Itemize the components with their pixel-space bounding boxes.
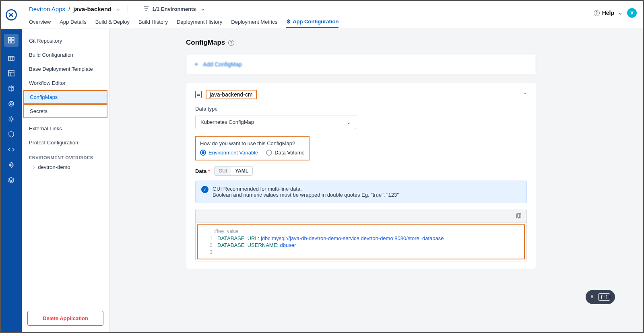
sidebar-item-external-links[interactable]: External Links — [22, 121, 109, 136]
divider — [128, 5, 128, 13]
tabs-row: Overview App Details Build & Deploy Buil… — [22, 17, 643, 29]
tab-deployment-metrics[interactable]: Deployment Metrics — [231, 19, 277, 27]
top-header: Devtron Apps / java-backend ⌄ 1/1 Enviro… — [1, 1, 643, 29]
sidebar-item-secrets[interactable]: Secrets — [23, 104, 107, 118]
tab-build-deploy[interactable]: Build & Deploy — [95, 19, 130, 27]
tab-deployment-history[interactable]: Deployment History — [177, 19, 222, 27]
breadcrumb-row: Devtron Apps / java-backend ⌄ 1/1 Enviro… — [22, 1, 643, 17]
sidebar-item-git-repo[interactable]: Git Repository — [22, 34, 109, 48]
rail-layers-icon[interactable] — [7, 176, 15, 184]
data-label-row: Data * GUI YAML — [195, 166, 527, 176]
page-title: ConfigMaps ? — [186, 39, 536, 47]
usage-section: How do you want to use this ConfigMap? E… — [195, 136, 310, 160]
svg-rect-6 — [8, 70, 14, 76]
tab-build-history[interactable]: Build History — [138, 19, 168, 27]
drag-handle-icon: ⠿ — [590, 295, 594, 299]
add-configmap-button[interactable]: + Add ConfigMap — [186, 54, 536, 75]
configmap-name: java-backend-cm — [206, 90, 257, 99]
env-overrides-title: ENVIRONMENT OVERRIDES — [22, 150, 109, 162]
code-line: 1DATABASE_URL: jdbc:mysql://java-db-devt… — [202, 235, 520, 242]
sidebar-item-build-config[interactable]: Build Configuration — [22, 48, 109, 62]
toggle-yaml-button[interactable]: YAML — [231, 166, 252, 175]
code-hint: #key: value — [214, 228, 520, 234]
config-sidebar: Git Repository Build Configuration Base … — [22, 29, 109, 332]
chevron-down-icon: ⌄ — [347, 119, 351, 125]
help-area: ? Help ⌄ V — [594, 8, 637, 18]
chevron-down-icon[interactable]: ⌄ — [116, 6, 120, 12]
svg-rect-2 — [12, 37, 14, 40]
avatar[interactable]: V — [627, 8, 637, 18]
chevron-down-icon: ⌄ — [201, 6, 205, 12]
rail-code-icon[interactable] — [7, 146, 15, 154]
sidebar-item-protect-config[interactable]: Protect Configuration — [22, 136, 109, 150]
sidebar-item-workflow-editor[interactable]: Workflow Editor — [22, 76, 109, 90]
code-line: 2DATABASE_USERNAME: dbuser — [202, 242, 520, 249]
rail-gear-icon[interactable] — [7, 115, 15, 123]
help-icon[interactable]: ? — [228, 40, 234, 46]
svg-point-7 — [9, 101, 14, 106]
svg-point-8 — [10, 103, 12, 105]
svg-point-9 — [10, 118, 12, 120]
help-label: Help — [602, 10, 614, 16]
sidebar-item-configmaps[interactable]: ConfigMaps — [23, 90, 107, 104]
toggle-gui-button[interactable]: GUI — [215, 166, 231, 175]
main-area: ConfigMaps ? + Add ConfigMap java-backen… — [109, 29, 643, 332]
tab-app-configuration[interactable]: ⚙App Configuration — [286, 18, 339, 28]
rail-grid-icon[interactable] — [7, 54, 15, 62]
configmap-card: java-backend-cm ⌃ Data type Kubernetes C… — [186, 82, 536, 269]
help-icon: ? — [594, 10, 600, 16]
rail-shield-icon[interactable] — [7, 130, 15, 138]
filter-icon — [143, 6, 149, 12]
code-toolbar — [196, 209, 526, 223]
info-line-1: GUI Recommended for multi-line data. — [213, 186, 399, 192]
document-icon — [195, 91, 202, 98]
radio-icon — [266, 150, 272, 156]
left-rail — [1, 29, 22, 332]
yaml-editor[interactable]: #key: value 1DATABASE_URL: jdbc:mysql://… — [197, 224, 525, 259]
copy-icon[interactable] — [515, 213, 522, 219]
help-button[interactable]: ? Help ⌄ — [594, 10, 622, 16]
breadcrumb-sep: / — [68, 6, 70, 12]
collapse-icon[interactable]: ⌃ — [523, 92, 527, 97]
gui-yaml-toggle: GUI YAML — [214, 166, 253, 176]
svg-rect-4 — [12, 41, 14, 43]
header-content: Devtron Apps / java-backend ⌄ 1/1 Enviro… — [22, 1, 643, 29]
rail-layout-icon[interactable] — [7, 69, 15, 77]
tab-overview[interactable]: Overview — [29, 19, 51, 27]
svg-rect-5 — [8, 56, 14, 60]
rail-settings-icon[interactable] — [7, 161, 15, 169]
rail-apps-icon[interactable] — [4, 34, 19, 47]
configmap-header: java-backend-cm ⌃ — [195, 90, 527, 99]
env-selector[interactable]: 1/1 Environments ⌄ — [143, 6, 204, 12]
usage-question: How do you want to use this ConfigMap? — [200, 140, 305, 146]
info-line-2: Boolean and numeric values must be wrapp… — [213, 192, 399, 198]
radio-data-volume[interactable]: Data Volume — [266, 150, 304, 156]
radio-row: Environment Variable Data Volume — [200, 150, 305, 156]
devtron-logo[interactable] — [1, 1, 22, 29]
data-type-label: Data type — [195, 106, 527, 112]
code-editor-card: #key: value 1DATABASE_URL: jdbc:mysql://… — [195, 209, 527, 261]
data-label: Data * — [195, 168, 210, 174]
rail-target-icon[interactable] — [7, 100, 15, 108]
breadcrumb-current[interactable]: java-backend — [73, 6, 111, 12]
svg-rect-3 — [8, 41, 11, 43]
chevron-down-icon: ⌄ — [618, 10, 622, 16]
info-banner: i GUI Recommended for multi-line data. B… — [195, 181, 527, 203]
gear-icon: ⚙ — [286, 18, 291, 25]
floating-action-button[interactable]: ⠿ {·} — [586, 290, 615, 304]
delete-application-button[interactable]: Delete Application — [27, 311, 103, 326]
code-line: 3 — [202, 249, 520, 255]
sidebar-item-base-template[interactable]: Base Deployment Template — [22, 62, 109, 76]
breadcrumb-parent[interactable]: Devtron Apps — [29, 6, 65, 12]
devtron-logo-icon — [6, 9, 17, 21]
json-icon: {·} — [598, 293, 610, 301]
env-label: 1/1 Environments — [152, 6, 196, 12]
rail-cube-icon[interactable] — [7, 84, 15, 92]
plus-icon: + — [194, 61, 198, 68]
radio-env-variable[interactable]: Environment Variable — [200, 150, 258, 156]
radio-icon — [200, 150, 206, 156]
env-override-item[interactable]: devtron-demo — [22, 162, 109, 173]
svg-rect-1 — [8, 37, 11, 40]
tab-app-details[interactable]: App Details — [60, 19, 86, 27]
data-type-select[interactable]: Kubernetes ConfigMap ⌄ — [195, 115, 356, 129]
